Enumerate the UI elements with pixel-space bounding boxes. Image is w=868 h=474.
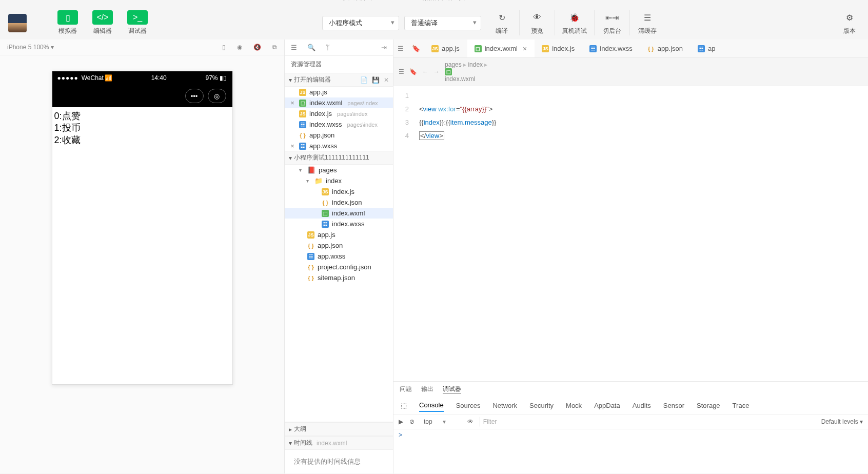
devtools-tab[interactable]: Sensor: [663, 400, 684, 411]
console-clear-icon[interactable]: ⊘: [409, 418, 415, 425]
devtools-tab[interactable]: Console: [419, 399, 444, 412]
console-play-icon[interactable]: ▶: [399, 418, 403, 425]
real-debug-button[interactable]: 🐞真机调试: [555, 10, 594, 35]
devtools-tab[interactable]: Network: [492, 400, 517, 411]
version-button[interactable]: ⚙版本: [839, 10, 860, 35]
carrier-label: WeChat: [82, 74, 104, 82]
code-icon: </>: [92, 10, 113, 25]
capsule-menu-icon[interactable]: •••: [185, 89, 204, 103]
outline-header[interactable]: ▸大纲: [285, 422, 393, 436]
problems-tab[interactable]: 问题: [400, 385, 412, 394]
timeline-msg: 没有提供的时间线信息: [285, 450, 393, 473]
open-file-item[interactable]: app.json: [285, 130, 393, 141]
mode-select[interactable]: 小程序模式: [322, 16, 399, 30]
editor-tab[interactable]: ☷ap: [691, 40, 723, 57]
compile-select[interactable]: 普通编译: [404, 16, 481, 30]
nav-forward-icon[interactable]: →: [433, 68, 440, 75]
capsule-close-icon[interactable]: ◎: [208, 89, 226, 103]
layers-icon: ☰: [637, 10, 658, 25]
console-eye-icon[interactable]: 👁: [467, 418, 474, 425]
title-bar: 小程序测试1111111111111 - 微信开发者工具 Stable v1.0…: [341, 0, 527, 2]
preview-button[interactable]: 👁预览: [519, 10, 555, 35]
phone-icon: ▯: [57, 10, 78, 25]
console-levels[interactable]: Default levels ▾: [821, 418, 863, 425]
debugger-button[interactable]: >_调试器: [127, 10, 148, 35]
crumb-list-icon[interactable]: ☰: [399, 68, 404, 75]
device-select[interactable]: iPhone 5 100% ▾: [7, 44, 54, 51]
output-tab[interactable]: 输出: [421, 385, 433, 394]
editor-tab[interactable]: JSindex.js: [535, 40, 582, 57]
tree-item[interactable]: sitemap.json: [285, 272, 393, 283]
tree-item[interactable]: JSapp.js: [285, 229, 393, 240]
tree-item[interactable]: ☷index.wxss: [285, 219, 393, 229]
devtools-tab[interactable]: AppData: [594, 400, 620, 411]
terminal-icon: >_: [127, 10, 148, 25]
version-icon: ⚙: [839, 10, 860, 25]
simulator-phone: ●●●●● WeChat 📶 14:40 97% ▮▯ ••• ◎ 0:点赞1:…: [52, 71, 233, 385]
phone-time: 14:40: [151, 74, 167, 82]
open-file-item[interactable]: JSindex.jspages\index: [285, 108, 393, 119]
explorer-title: 资源管理器: [285, 56, 393, 73]
editor-button[interactable]: </>编辑器: [92, 10, 113, 35]
open-file-item[interactable]: JSapp.js: [285, 87, 393, 97]
device-portrait-icon[interactable]: ▯: [222, 44, 226, 51]
editor-tab[interactable]: ☷index.wxss: [582, 40, 640, 57]
editor-tab[interactable]: app.json: [640, 40, 691, 57]
editor-tab[interactable]: JSapp.js: [424, 40, 467, 57]
devtools-tab[interactable]: Audits: [633, 400, 651, 411]
editor-tab[interactable]: ⬚index.wxml×: [467, 40, 535, 57]
list-icon[interactable]: ☰: [291, 44, 297, 51]
tree-item[interactable]: index.json: [285, 197, 393, 208]
tree-item[interactable]: project.config.json: [285, 262, 393, 272]
open-file-item[interactable]: ×⬚index.wxmlpages\index: [285, 97, 393, 108]
simulator-button[interactable]: ▯模拟器: [57, 10, 78, 35]
tabs-bookmark-icon[interactable]: 🔖: [408, 45, 424, 52]
tree-item[interactable]: ▾📁index: [285, 175, 393, 186]
devtools-tab[interactable]: Storage: [697, 400, 720, 411]
tabs-list-icon[interactable]: ☰: [393, 45, 408, 52]
search-icon[interactable]: 🔍: [307, 44, 315, 51]
save-all-icon[interactable]: 💾: [372, 76, 380, 84]
inspect-icon[interactable]: ⬚: [401, 402, 407, 409]
tree-item[interactable]: ☷app.wxss: [285, 251, 393, 262]
console-context[interactable]: top: [421, 417, 461, 426]
close-all-icon[interactable]: ✕: [384, 76, 389, 84]
devtools-tab[interactable]: Sources: [456, 400, 481, 411]
devtools-tab[interactable]: Mock: [566, 400, 582, 411]
device-mute-icon[interactable]: 🔇: [253, 44, 261, 51]
collapse-icon[interactable]: ⇥: [381, 44, 387, 51]
crumb-item[interactable]: ⬚ index.wxml: [445, 68, 487, 83]
clear-cache-button[interactable]: ☰清缓存: [629, 10, 665, 35]
nav-back-icon[interactable]: ←: [422, 68, 428, 75]
signal-icon: ●●●●●: [57, 74, 78, 82]
devtools-tab[interactable]: Security: [529, 400, 554, 411]
console-body[interactable]: >: [393, 429, 868, 441]
background-button[interactable]: ⇤⇥切后台: [594, 10, 629, 35]
project-header[interactable]: ▾小程序测试1111111111111: [285, 151, 393, 165]
branch-icon[interactable]: ᛘ: [326, 44, 330, 51]
crumb-bookmark-icon[interactable]: 🔖: [409, 68, 417, 75]
device-record-icon[interactable]: ◉: [237, 44, 242, 51]
open-file-item[interactable]: ×☷app.wxss: [285, 141, 393, 151]
project-icon[interactable]: [8, 14, 27, 32]
sim-line: 1:投币: [54, 122, 230, 134]
open-file-item[interactable]: ☷index.wxsspages\index: [285, 119, 393, 130]
tree-item[interactable]: JSindex.js: [285, 186, 393, 197]
tree-item[interactable]: ▾📕pages: [285, 165, 393, 175]
compile-button[interactable]: ↻编译: [484, 10, 519, 35]
console-filter[interactable]: Filter: [480, 417, 582, 427]
device-detach-icon[interactable]: ⧉: [272, 44, 277, 51]
timeline-header[interactable]: ▾时间线index.wxml: [285, 436, 393, 450]
eye-icon: 👁: [527, 10, 547, 25]
bottom-panel: 问题 输出 调试器 ⬚ ConsoleSourcesNetworkSecurit…: [393, 381, 868, 473]
new-file-icon[interactable]: 📄: [360, 76, 368, 84]
simulator-content[interactable]: 0:点赞1:投币2:收藏: [52, 107, 232, 384]
tree-item[interactable]: ⬚index.wxml: [285, 208, 393, 219]
open-editors-header[interactable]: ▾打开的编辑器 📄💾✕: [285, 73, 393, 87]
tree-item[interactable]: app.json: [285, 240, 393, 251]
crumb-item[interactable]: index: [468, 61, 483, 68]
crumb-item[interactable]: pages: [445, 61, 462, 68]
code-editor[interactable]: 1234 <view wx:for="{{array}}">{{index}}:…: [393, 86, 868, 381]
debugger-tab[interactable]: 调试器: [443, 385, 461, 394]
devtools-tab[interactable]: Trace: [733, 400, 749, 411]
